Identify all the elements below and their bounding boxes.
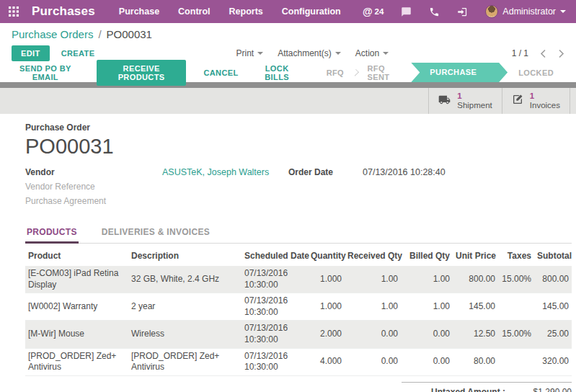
- control-panel-dropdowns: Print Attachment(s) Action: [236, 48, 389, 58]
- form-sheet: Purchase Order PO00031 Vendor ASUSTeK, J…: [0, 114, 576, 392]
- quantity-cell: 1.000: [308, 266, 345, 293]
- topbar-systray: @ 24 Administrator: [363, 5, 566, 18]
- scheduled-date-cell: 07/13/2016 10:30:00: [242, 321, 308, 348]
- description-cell: [PROD_ORDER] Zed+ Antivirus: [128, 348, 242, 375]
- received-qty-cell: 1.00: [345, 266, 401, 293]
- send-po-by-email-button[interactable]: SEND PO BY EMAIL: [12, 64, 79, 81]
- user-avatar: [485, 5, 498, 18]
- taxes-cell: 15.00%: [498, 266, 534, 293]
- subtotal-cell: 25.00: [534, 321, 572, 348]
- taxes-cell: 15.00%: [498, 321, 534, 348]
- vendor-label: Vendor: [25, 167, 162, 177]
- state-rfq[interactable]: RFQ: [316, 68, 355, 77]
- received-qty-cell: 1.00: [345, 293, 401, 321]
- menu-item-reports[interactable]: Reports: [220, 0, 273, 23]
- stat-label: Invoices: [530, 101, 560, 110]
- description-cell: 2 year: [128, 293, 242, 321]
- action-dropdown-label: Action: [355, 48, 379, 58]
- activity-count-badge: 24: [375, 7, 384, 16]
- tab-deliveries-invoices[interactable]: DELIVERIES & INVOICES: [100, 222, 211, 243]
- received-qty-cell: 0.00: [345, 348, 401, 375]
- stat-label: Shipment: [457, 101, 492, 110]
- user-menu[interactable]: Administrator: [485, 5, 566, 18]
- pager-next-icon[interactable]: [558, 49, 564, 58]
- column-header-unit-price: Unit Price: [453, 245, 498, 266]
- action-dropdown[interactable]: Action: [355, 48, 389, 58]
- print-dropdown-label: Print: [236, 48, 254, 58]
- shipment-stat-button[interactable]: 1Shipment: [428, 88, 502, 114]
- vendor-value-link[interactable]: ASUSTeK, Joseph Walters: [162, 167, 269, 177]
- order-date-label: Order Date: [288, 167, 363, 177]
- chevron-down-icon: [560, 10, 566, 13]
- product-cell: [PROD_ORDER] Zed+ Antivirus: [25, 348, 128, 375]
- menu-item-purchase[interactable]: Purchase: [110, 0, 169, 23]
- description-cell: 32 GB, White, 2.4 GHz: [128, 266, 242, 293]
- billed-qty-cell: 0.00: [401, 321, 453, 348]
- unit-price-cell: 800.00: [453, 266, 498, 293]
- purchase-agreement-label: Purchase Agreement: [25, 196, 162, 206]
- print-dropdown[interactable]: Print: [236, 48, 263, 58]
- description-cell: Wireless: [128, 321, 242, 348]
- truck-icon: [438, 94, 451, 109]
- statusbar: SEND PO BY EMAILRECEIVE PRODUCTSCANCELLO…: [0, 63, 576, 82]
- pager-previous-icon[interactable]: [540, 49, 546, 58]
- order-lines-table: ProductDescriptionScheduled DateQuantity…: [25, 245, 572, 376]
- table-row[interactable]: [W0002] Warranty2 year07/13/2016 10:30:0…: [25, 293, 572, 321]
- tab-products[interactable]: PRODUCTS: [25, 222, 79, 244]
- quantity-cell: 4.000: [308, 348, 345, 375]
- menu-item-configuration[interactable]: Configuration: [273, 0, 350, 23]
- odoo-window: Purchases PurchaseControlReportsConfigur…: [0, 0, 576, 392]
- unit-price-cell: 12.50: [453, 321, 498, 348]
- column-header-description: Description: [128, 245, 242, 266]
- column-header-billed-qty: Billed Qty: [401, 245, 453, 266]
- app-title[interactable]: Purchases: [32, 4, 95, 19]
- activities-button[interactable]: @ 24: [363, 6, 384, 17]
- table-row[interactable]: [E-COM03] iPad Retina Display32 GB, Whit…: [25, 266, 572, 293]
- cancel-button[interactable]: CANCEL: [203, 68, 238, 77]
- state-locked[interactable]: LOCKED: [508, 68, 564, 77]
- column-header-subtotal: Subtotal: [534, 245, 572, 266]
- quantity-cell: 1.000: [308, 293, 345, 321]
- product-cell: [W0002] Warranty: [25, 293, 128, 321]
- receive-products-button[interactable]: RECEIVE PRODUCTS: [97, 60, 187, 86]
- statusbar-buttons: SEND PO BY EMAILRECEIVE PRODUCTSCANCELLO…: [12, 60, 316, 86]
- sign-in-icon[interactable]: [457, 6, 468, 17]
- attachments-dropdown[interactable]: Attachment(s): [278, 48, 341, 58]
- breadcrumb-separator: /: [98, 28, 101, 40]
- status-pipeline: RFQRFQ SENTPURCHASE ORDERLOCKED: [316, 63, 564, 82]
- totals-section: Untaxed Amount : $1,290.00 Taxes : $123.…: [25, 382, 572, 392]
- column-header-quantity: Quantity: [308, 245, 345, 266]
- notebook-tabs: PRODUCTSDELIVERIES & INVOICES: [25, 222, 572, 244]
- phone-icon[interactable]: [429, 6, 440, 17]
- unit-price-cell: 80.00: [453, 348, 498, 375]
- state-purchase-order[interactable]: PURCHASE ORDER: [411, 63, 508, 82]
- breadcrumb: Purchase Orders / PO00031: [0, 24, 576, 44]
- top-navbar: Purchases PurchaseControlReportsConfigur…: [0, 0, 576, 23]
- received-qty-cell: 0.00: [345, 321, 401, 348]
- apps-grid-icon[interactable]: [0, 0, 27, 23]
- vendor-reference-label: Vendor Reference: [25, 182, 162, 192]
- billed-qty-cell: 0.00: [401, 348, 453, 375]
- column-header-received-qty: Received Qty: [345, 245, 401, 266]
- billed-qty-cell: 1.00: [401, 266, 453, 293]
- create-button[interactable]: CREATE: [61, 49, 95, 58]
- taxes-cell: [498, 293, 534, 321]
- messages-icon[interactable]: [401, 6, 412, 17]
- scheduled-date-cell: 07/13/2016 10:30:00: [242, 348, 308, 375]
- table-row[interactable]: [M-Wir] MouseWireless07/13/2016 10:30:00…: [25, 321, 572, 348]
- table-row[interactable]: [PROD_ORDER] Zed+ Antivirus[PROD_ORDER] …: [25, 348, 572, 375]
- menu-item-control[interactable]: Control: [169, 0, 219, 23]
- taxes-cell: [498, 348, 534, 375]
- breadcrumb-parent-link[interactable]: Purchase Orders: [12, 28, 93, 40]
- column-header-product: Product: [25, 245, 128, 266]
- edit-invoice-icon: [512, 94, 523, 108]
- table-header-row: ProductDescriptionScheduled DateQuantity…: [25, 245, 572, 266]
- subtotal-cell: 145.00: [534, 293, 572, 321]
- pager-value: 1 / 1: [512, 48, 528, 58]
- user-name: Administrator: [502, 6, 556, 17]
- invoices-stat-button[interactable]: 1Invoices: [502, 88, 570, 114]
- order-date-value: 07/13/2016 10:28:40: [363, 167, 446, 177]
- scheduled-date-cell: 07/13/2016 10:30:00: [242, 293, 308, 321]
- lock-bills-button[interactable]: LOCK BILLS: [256, 64, 298, 81]
- state-rfq-sent[interactable]: RFQ SENT: [357, 64, 412, 81]
